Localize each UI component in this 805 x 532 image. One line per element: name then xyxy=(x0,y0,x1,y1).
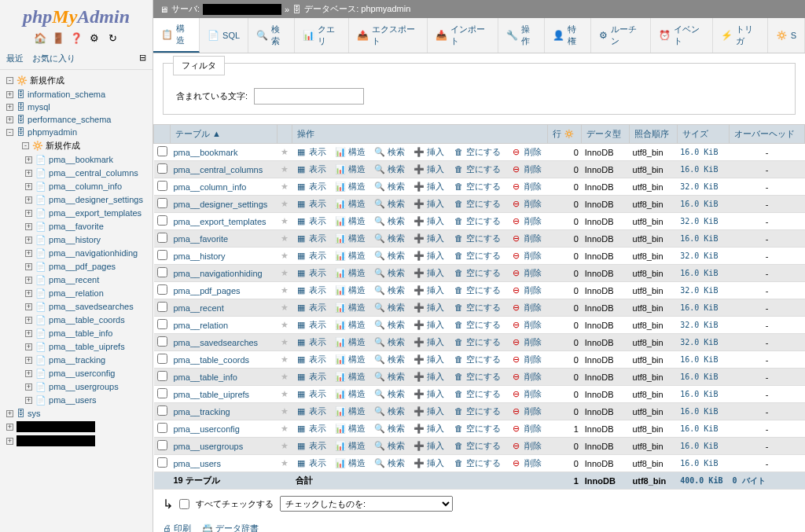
browse-action[interactable]: ▦ 表示 xyxy=(296,354,326,364)
star-icon[interactable]: ★ xyxy=(281,233,289,243)
table-name-link[interactable]: pma__favorite xyxy=(174,234,229,244)
browse-action[interactable]: ▦ 表示 xyxy=(296,406,326,416)
empty-action[interactable]: 🗑 空にする xyxy=(453,164,501,174)
with-selected[interactable]: チェックしたものを: xyxy=(280,496,453,512)
empty-action[interactable]: 🗑 空にする xyxy=(453,406,501,416)
tree-new-table[interactable]: -🔆 新規作成 xyxy=(0,138,153,153)
search-action[interactable]: 🔍 検索 xyxy=(374,164,405,174)
tree-table[interactable]: +📄 pma__history xyxy=(0,233,153,247)
table-name-link[interactable]: pma__recent xyxy=(174,303,224,313)
row-check[interactable] xyxy=(157,371,167,381)
tab-構造[interactable]: 📋構造 xyxy=(153,18,200,53)
tree-table[interactable]: +📄 pma__export_templates xyxy=(0,207,153,220)
insert-action[interactable]: ➕ 挿入 xyxy=(414,268,444,277)
structure-action[interactable]: 📊 構造 xyxy=(335,216,366,226)
tree-item[interactable]: + xyxy=(0,434,153,448)
settings-icon[interactable]: ⚙ xyxy=(88,32,101,45)
row-check[interactable] xyxy=(157,336,167,347)
col-type[interactable]: データ型 xyxy=(582,125,630,144)
empty-action[interactable]: 🗑 空にする xyxy=(453,303,501,312)
tab-検索[interactable]: 🔍検索 xyxy=(248,18,295,53)
tree-table[interactable]: +📄 pma__designer_settings xyxy=(0,193,153,207)
insert-action[interactable]: ➕ 挿入 xyxy=(414,199,444,208)
star-icon[interactable]: ★ xyxy=(281,337,289,347)
drop-action[interactable]: ⊖ 削除 xyxy=(511,216,542,226)
table-name-link[interactable]: pma__export_templates xyxy=(174,217,266,226)
drop-action[interactable]: ⊖ 削除 xyxy=(511,199,542,208)
logout-icon[interactable]: 🚪 xyxy=(52,32,64,45)
drop-action[interactable]: ⊖ 削除 xyxy=(511,441,542,450)
browse-action[interactable]: ▦ 表示 xyxy=(296,441,326,450)
drop-action[interactable]: ⊖ 削除 xyxy=(511,424,542,433)
col-rows[interactable]: 行 🔅 xyxy=(547,125,582,144)
row-check[interactable] xyxy=(157,198,167,208)
row-check[interactable] xyxy=(157,423,167,433)
star-icon[interactable]: ★ xyxy=(281,441,289,450)
col-table[interactable]: テーブル ▲ xyxy=(171,125,278,144)
insert-action[interactable]: ➕ 挿入 xyxy=(414,337,444,347)
row-check[interactable] xyxy=(157,267,167,277)
drop-action[interactable]: ⊖ 削除 xyxy=(511,320,542,329)
insert-action[interactable]: ➕ 挿入 xyxy=(414,233,444,243)
insert-action[interactable]: ➕ 挿入 xyxy=(414,354,444,364)
star-icon[interactable]: ★ xyxy=(281,285,289,295)
table-name-link[interactable]: pma__history xyxy=(174,251,226,261)
drop-action[interactable]: ⊖ 削除 xyxy=(511,164,542,174)
insert-action[interactable]: ➕ 挿入 xyxy=(414,285,444,295)
table-name-link[interactable]: pma__relation xyxy=(174,321,229,330)
browse-action[interactable]: ▦ 表示 xyxy=(296,199,326,208)
structure-action[interactable]: 📊 構造 xyxy=(335,233,366,243)
tree-table[interactable]: +📄 pma__users xyxy=(0,394,153,407)
docs-icon[interactable]: ❓ xyxy=(70,32,83,45)
row-check[interactable] xyxy=(157,250,167,260)
drop-action[interactable]: ⊖ 削除 xyxy=(511,182,542,191)
home-icon[interactable]: 🏠 xyxy=(34,32,46,45)
structure-action[interactable]: 📊 構造 xyxy=(335,164,366,174)
tree-table[interactable]: +📄 pma__table_info xyxy=(0,327,153,340)
empty-action[interactable]: 🗑 空にする xyxy=(453,320,501,329)
favorite-link[interactable]: お気に入り xyxy=(32,53,75,63)
structure-action[interactable]: 📊 構造 xyxy=(335,199,366,208)
tab-イベント[interactable]: ⏰イベント xyxy=(651,18,713,53)
structure-action[interactable]: 📊 構造 xyxy=(335,406,366,416)
tree-db[interactable]: +🗄 performance_schema xyxy=(0,113,153,126)
row-check[interactable] xyxy=(157,146,167,156)
star-icon[interactable]: ★ xyxy=(281,216,289,226)
insert-action[interactable]: ➕ 挿入 xyxy=(414,303,444,312)
empty-action[interactable]: 🗑 空にする xyxy=(453,389,501,398)
star-icon[interactable]: ★ xyxy=(281,268,289,277)
search-action[interactable]: 🔍 検索 xyxy=(374,182,405,191)
structure-action[interactable]: 📊 構造 xyxy=(335,441,366,450)
empty-action[interactable]: 🗑 空にする xyxy=(453,285,501,295)
empty-action[interactable]: 🗑 空にする xyxy=(453,424,501,433)
star-icon[interactable]: ★ xyxy=(281,458,289,468)
browse-action[interactable]: ▦ 表示 xyxy=(296,424,326,433)
drop-action[interactable]: ⊖ 削除 xyxy=(511,147,542,156)
drop-action[interactable]: ⊖ 削除 xyxy=(511,303,542,312)
tree-db[interactable]: +🗄 information_schema xyxy=(0,88,153,101)
row-check[interactable] xyxy=(157,457,167,468)
empty-action[interactable]: 🗑 空にする xyxy=(453,337,501,347)
insert-action[interactable]: ➕ 挿入 xyxy=(414,424,444,433)
drop-action[interactable]: ⊖ 削除 xyxy=(511,233,542,243)
browse-action[interactable]: ▦ 表示 xyxy=(296,251,326,260)
drop-action[interactable]: ⊖ 削除 xyxy=(511,389,542,398)
star-icon[interactable]: ★ xyxy=(281,406,289,416)
search-action[interactable]: 🔍 検索 xyxy=(374,441,405,450)
tree-table[interactable]: +📄 pma__table_uiprefs xyxy=(0,340,153,354)
structure-action[interactable]: 📊 構造 xyxy=(335,182,366,191)
row-check[interactable] xyxy=(157,440,167,450)
tab-ルーチン[interactable]: ⚙ルーチン xyxy=(591,18,651,53)
browse-action[interactable]: ▦ 表示 xyxy=(296,285,326,295)
search-action[interactable]: 🔍 検索 xyxy=(374,372,405,381)
table-name-link[interactable]: pma__users xyxy=(174,459,222,468)
table-name-link[interactable]: pma__table_coords xyxy=(174,355,250,365)
tree-table[interactable]: +📄 pma__pdf_pages xyxy=(0,260,153,273)
insert-action[interactable]: ➕ 挿入 xyxy=(414,182,444,191)
empty-action[interactable]: 🗑 空にする xyxy=(453,251,501,260)
tree-table[interactable]: +📄 pma__central_columns xyxy=(0,167,153,180)
drop-action[interactable]: ⊖ 削除 xyxy=(511,285,542,295)
drop-action[interactable]: ⊖ 削除 xyxy=(511,268,542,277)
empty-action[interactable]: 🗑 空にする xyxy=(453,372,501,381)
empty-action[interactable]: 🗑 空にする xyxy=(453,354,501,364)
